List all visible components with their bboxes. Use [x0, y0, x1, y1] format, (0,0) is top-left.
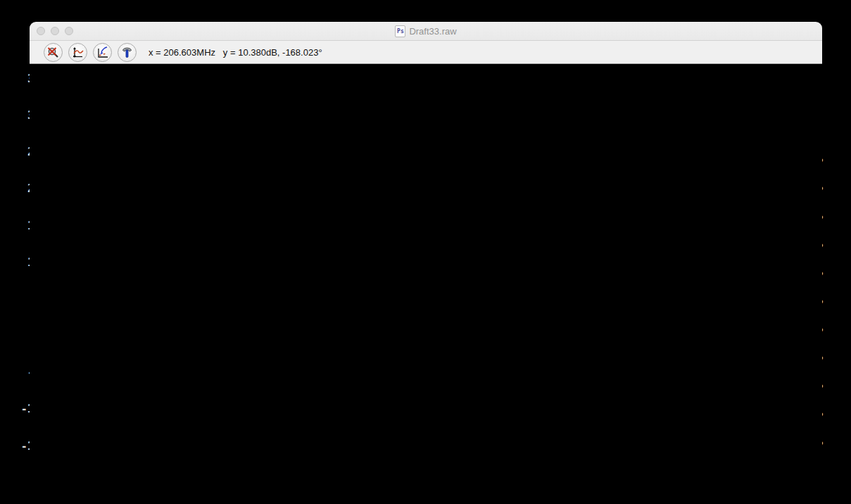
toolbar: x = 206.603MHz y = 10.380dB, -168.023°: [30, 41, 822, 64]
traffic-lights: [37, 27, 73, 35]
close-button[interactable]: [37, 27, 45, 35]
minimize-button[interactable]: [51, 27, 59, 35]
raw-file-icon: Ps: [395, 25, 405, 37]
magnifier-x-icon: [46, 46, 60, 59]
titlebar[interactable]: Ps Draft33.raw: [30, 22, 822, 41]
autorange-button[interactable]: [68, 43, 87, 62]
control-panel-button[interactable]: [118, 43, 137, 62]
zoom-off-button[interactable]: [44, 43, 63, 62]
cursor-readout: x = 206.603MHz y = 10.380dB, -168.023°: [149, 47, 322, 58]
autorange-axes-icon: [71, 46, 84, 59]
hammer-icon: [120, 46, 134, 59]
zoom-previous-button[interactable]: [93, 43, 112, 62]
zoom-window-button[interactable]: [65, 27, 73, 35]
desktop: { "window": { "title": "Draft33.raw", "t…: [0, 0, 851, 504]
zoom-back-icon: [96, 46, 109, 59]
title-wrap: Ps Draft33.raw: [30, 22, 822, 40]
window-title: Draft33.raw: [409, 26, 456, 37]
ltspice-window: Ps Draft33.raw: [30, 22, 822, 504]
